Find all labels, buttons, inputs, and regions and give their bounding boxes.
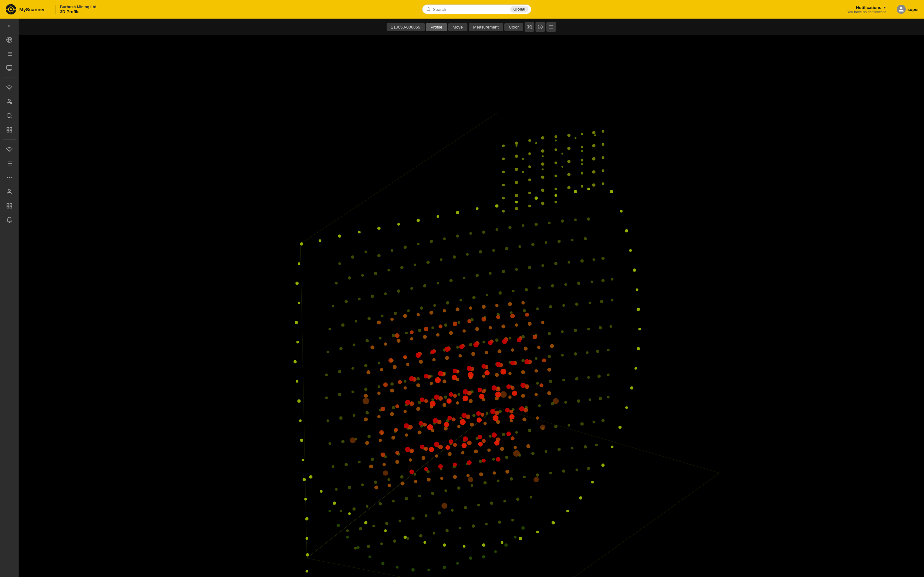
svg-point-128 (443, 237, 446, 240)
svg-line-8 (430, 10, 431, 11)
sidebar-item-globe[interactable] (0, 33, 19, 47)
svg-point-75 (397, 223, 400, 226)
toolbar: 210650-000859 Profile Move Measurement C… (19, 19, 462, 35)
sidebar-item-monitor[interactable] (0, 61, 19, 75)
point-cloud-container (19, 35, 462, 288)
scan-id-button[interactable]: 210650-000859 (387, 23, 425, 31)
svg-point-74 (377, 227, 381, 230)
svg-rect-43 (7, 206, 9, 208)
search-box: Global (422, 5, 462, 14)
move-button[interactable]: Move (448, 23, 462, 31)
svg-point-147 (426, 261, 430, 264)
svg-line-23 (11, 103, 12, 104)
sidebar-item-feed1[interactable] (0, 81, 19, 95)
svg-rect-27 (10, 127, 12, 129)
svg-rect-28 (7, 131, 9, 132)
svg-point-127 (430, 240, 433, 243)
svg-point-37 (7, 177, 8, 178)
svg-point-77 (437, 215, 439, 218)
logo-area: MyScanner (5, 3, 50, 15)
svg-rect-44 (10, 206, 12, 208)
svg-rect-29 (10, 131, 12, 132)
search-icon (426, 7, 431, 11)
svg-point-124 (391, 249, 393, 251)
svg-point-144 (388, 269, 390, 271)
svg-point-120 (338, 262, 341, 265)
sidebar-item-dots[interactable] (0, 171, 19, 185)
svg-point-166 (410, 287, 413, 288)
sidebar-item-list2[interactable] (0, 156, 19, 171)
sidebar-item-grid1[interactable] (0, 123, 19, 137)
svg-point-169 (449, 279, 453, 282)
svg-point-71 (318, 239, 321, 242)
svg-point-54 (300, 242, 303, 245)
sidebar-item-bell[interactable] (0, 213, 19, 227)
svg-point-148 (440, 258, 443, 261)
svg-point-72 (338, 234, 341, 237)
svg-point-142 (361, 274, 364, 277)
svg-point-78 (456, 211, 459, 214)
profile-button[interactable]: Profile (426, 23, 447, 31)
svg-rect-26 (7, 127, 9, 129)
search-input[interactable] (433, 7, 462, 12)
svg-point-21 (8, 99, 11, 102)
sidebar-divider-1 (3, 77, 16, 78)
company-name: Burbush Mining Ltd (60, 5, 107, 9)
company-subtitle: 3D Profile (60, 9, 107, 14)
svg-point-38 (9, 177, 10, 178)
search-area: Global (111, 5, 462, 14)
svg-rect-42 (10, 203, 12, 205)
main-3d-view[interactable] (19, 35, 462, 288)
svg-point-123 (377, 254, 381, 258)
sidebar-expand-button[interactable]: » (3, 21, 15, 30)
svg-point-149 (453, 255, 456, 259)
sidebar: » (0, 19, 19, 288)
sidebar-item-list[interactable] (0, 47, 19, 61)
svg-point-55 (298, 262, 300, 265)
company-area: Burbush Mining Ltd 3D Profile (55, 5, 107, 14)
svg-point-126 (417, 243, 420, 245)
svg-point-2 (10, 8, 12, 10)
svg-point-145 (400, 266, 403, 269)
sidebar-item-grid2[interactable] (0, 199, 19, 213)
svg-point-125 (404, 245, 407, 249)
sidebar-item-user-search[interactable] (0, 95, 19, 109)
svg-point-39 (11, 177, 11, 178)
svg-point-143 (374, 272, 377, 275)
header: MyScanner Burbush Mining Ltd 3D Profile … (0, 0, 462, 19)
svg-point-76 (417, 219, 420, 222)
svg-point-121 (351, 255, 354, 259)
svg-line-25 (11, 117, 12, 118)
point-cloud-visualization (19, 35, 462, 288)
svg-point-122 (365, 250, 367, 253)
svg-point-141 (348, 276, 351, 279)
svg-rect-41 (7, 203, 9, 205)
sidebar-item-magnify[interactable] (0, 109, 19, 123)
svg-marker-53 (300, 113, 462, 288)
svg-point-167 (423, 284, 426, 287)
svg-point-140 (335, 282, 338, 284)
logo-icon (5, 3, 17, 15)
sidebar-divider-2 (3, 139, 16, 140)
sidebar-item-feed2[interactable] (0, 142, 19, 156)
svg-point-146 (414, 263, 416, 266)
svg-rect-17 (7, 66, 12, 69)
sidebar-item-user2[interactable] (0, 185, 19, 199)
svg-point-56 (296, 282, 299, 285)
svg-point-40 (8, 189, 11, 192)
app-logo-text: MyScanner (19, 7, 45, 12)
svg-point-168 (437, 282, 439, 284)
svg-point-73 (358, 231, 360, 234)
svg-point-129 (456, 234, 459, 237)
